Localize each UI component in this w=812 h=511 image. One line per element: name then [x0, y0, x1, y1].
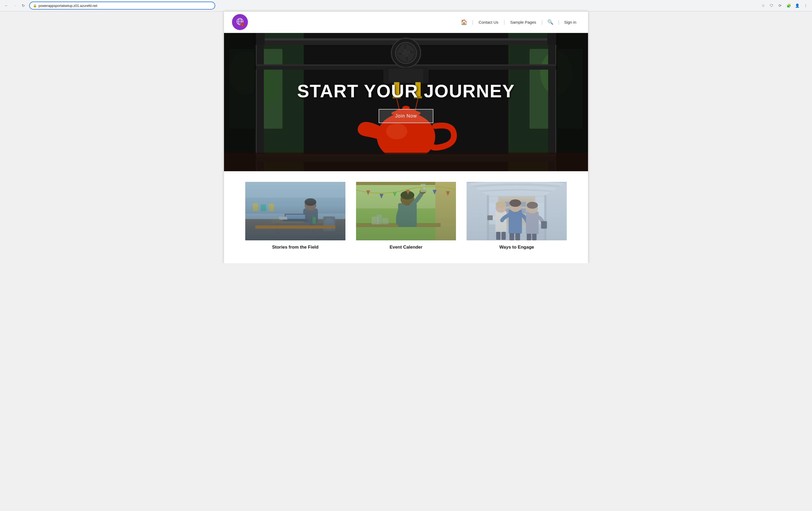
logo-circle: ↓ — [232, 14, 248, 30]
extensions-button[interactable]: 🧩 — [785, 2, 792, 9]
profile-button[interactable]: 👤 — [793, 2, 801, 9]
svg-rect-64 — [313, 216, 316, 224]
nav-sep-1: | — [471, 20, 474, 25]
svg-marker-91 — [446, 191, 450, 196]
svg-rect-47 — [245, 182, 345, 209]
svg-point-58 — [304, 198, 316, 206]
signin-button[interactable]: Sign in — [560, 18, 580, 26]
svg-rect-122 — [496, 232, 501, 240]
cards-section: Stories from the Field — [224, 171, 588, 263]
svg-rect-54 — [277, 223, 279, 234]
svg-rect-83 — [420, 185, 426, 192]
reload-button[interactable]: ↻ — [20, 2, 27, 9]
browser-shield-button[interactable]: 🛡 — [768, 2, 775, 9]
svg-rect-103 — [501, 199, 533, 223]
sample-pages-link[interactable]: Sample Pages — [506, 18, 541, 26]
svg-point-117 — [510, 199, 521, 207]
svg-marker-93 — [467, 182, 567, 203]
nav-sep-2: | — [503, 20, 506, 25]
svg-rect-62 — [285, 215, 305, 219]
card-image-engage[interactable] — [467, 182, 567, 240]
svg-rect-108 — [513, 209, 518, 213]
svg-point-112 — [496, 201, 506, 208]
svg-rect-72 — [356, 209, 456, 240]
card-image-events[interactable] — [356, 182, 456, 240]
svg-rect-56 — [303, 209, 318, 223]
svg-rect-115 — [509, 210, 522, 234]
svg-rect-92 — [467, 182, 567, 240]
svg-rect-101 — [545, 195, 547, 240]
svg-marker-96 — [488, 224, 546, 240]
search-button[interactable]: 🔍 — [544, 18, 557, 27]
svg-rect-78 — [376, 214, 382, 224]
svg-rect-73 — [356, 182, 456, 185]
address-bar[interactable]: 🔒 powerappsportalsetup.z01.azurefd.net — [29, 2, 215, 9]
menu-button[interactable]: ⋮ — [802, 2, 809, 9]
site-logo: ↓ — [232, 14, 248, 30]
svg-rect-46 — [245, 182, 345, 240]
svg-rect-79 — [398, 203, 417, 227]
svg-rect-113 — [491, 216, 497, 220]
svg-rect-65 — [313, 216, 315, 217]
sync-button[interactable]: ⟳ — [776, 2, 784, 9]
svg-rect-52 — [245, 219, 345, 240]
svg-rect-75 — [356, 223, 440, 227]
svg-rect-63 — [283, 220, 308, 221]
svg-rect-53 — [271, 219, 330, 223]
forward-button[interactable]: → — [11, 2, 19, 9]
svg-marker-90 — [433, 190, 437, 195]
join-now-button[interactable]: Join Now — [379, 109, 433, 123]
svg-rect-107 — [505, 209, 510, 213]
svg-rect-118 — [526, 212, 539, 234]
nav-sep-3: | — [541, 20, 544, 25]
svg-rect-125 — [516, 233, 520, 240]
engage-image-svg — [467, 182, 567, 240]
svg-text:↓: ↓ — [242, 23, 243, 26]
svg-marker-85 — [366, 190, 370, 195]
contact-us-link[interactable]: Contact Us — [474, 18, 502, 26]
svg-rect-123 — [502, 232, 506, 240]
bookmark-button[interactable]: ☆ — [759, 2, 767, 9]
svg-rect-104 — [505, 202, 510, 207]
svg-rect-114 — [488, 215, 493, 220]
svg-point-80 — [400, 193, 414, 206]
svg-rect-127 — [532, 234, 537, 240]
card-title-events: Event Calender — [389, 245, 423, 250]
svg-marker-86 — [379, 194, 383, 198]
svg-marker-88 — [406, 190, 410, 195]
svg-rect-84 — [420, 184, 426, 185]
home-nav-button[interactable]: 🏠 — [457, 17, 471, 27]
stories-image-svg — [245, 182, 345, 240]
svg-rect-76 — [372, 216, 379, 224]
browser-chrome: ← → ↻ 🔒 powerappsportalsetup.z01.azurefd… — [0, 0, 812, 11]
back-button[interactable]: ← — [3, 2, 10, 9]
svg-point-120 — [527, 202, 538, 209]
browser-actions: ☆ 🛡 ⟳ 🧩 👤 ⋮ — [759, 2, 809, 9]
card-title-engage: Ways to Engage — [499, 245, 534, 250]
url-text: powerappsportalsetup.z01.azurefd.net — [38, 4, 211, 8]
logo-svg: ↓ — [235, 17, 245, 27]
svg-rect-66 — [279, 218, 287, 220]
svg-rect-50 — [261, 205, 266, 211]
svg-rect-126 — [527, 234, 531, 240]
svg-point-82 — [419, 189, 426, 194]
svg-rect-48 — [245, 198, 345, 214]
hero-section: START YOUR JOURNEY Join Now — [224, 33, 588, 171]
browser-nav-buttons: ← → ↻ — [3, 2, 27, 9]
svg-point-111 — [496, 203, 506, 213]
svg-rect-68 — [323, 216, 335, 231]
website-container: ↓ 🏠 | Contact Us | Sample Pages | 🔍 | Si… — [224, 11, 588, 263]
card-image-stories[interactable] — [245, 182, 345, 240]
svg-rect-124 — [510, 233, 514, 240]
card-title-stories: Stories from the Field — [272, 245, 319, 250]
card-engage: Ways to Engage — [467, 182, 567, 250]
svg-rect-51 — [269, 204, 274, 211]
site-header: ↓ 🏠 | Contact Us | Sample Pages | 🔍 | Si… — [224, 11, 588, 33]
svg-rect-55 — [312, 223, 314, 234]
svg-rect-121 — [541, 221, 547, 228]
nav-sep-4: | — [557, 20, 560, 25]
hero-title: START YOUR JOURNEY — [297, 81, 515, 101]
svg-rect-102 — [498, 196, 535, 226]
svg-marker-87 — [393, 192, 397, 197]
svg-rect-105 — [513, 202, 518, 207]
